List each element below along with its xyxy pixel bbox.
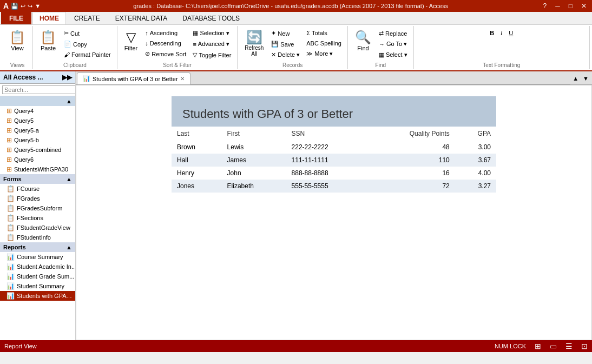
nav-item-query5a[interactable]: ⊞ Query5-a	[0, 125, 75, 135]
nav-item-fgrades[interactable]: 📋 FGrades	[0, 194, 75, 203]
report-wrapper: Students with GPA of 3 or Better Last Fi…	[172, 96, 496, 193]
format-painter-label: Format Painter	[71, 51, 111, 58]
delete-record-button[interactable]: ✕ Delete ▾	[268, 50, 302, 60]
tab-bar-down-arrow[interactable]: ▼	[581, 75, 591, 82]
nav-section-queries[interactable]: ▲	[0, 96, 75, 106]
cut-icon: ✂	[64, 30, 69, 37]
nav-item-fstudentgradeview[interactable]: 📋 FStudentGradeView	[0, 223, 75, 233]
new-record-label: New	[278, 30, 290, 37]
quick-access-redo[interactable]: ↪	[28, 3, 32, 10]
close-button[interactable]: ✕	[579, 2, 589, 10]
quick-access-dropdown[interactable]: ▼	[35, 3, 41, 9]
nav-item-query4[interactable]: ⊞ Query4	[0, 106, 75, 116]
nav-item-query6[interactable]: ⊞ Query6	[0, 155, 75, 164]
find-group-label: Find	[376, 61, 386, 68]
nav-item-fcourse[interactable]: 📋 FCourse	[0, 184, 75, 194]
nav-item-course-summary[interactable]: 📊 Course Summary	[0, 252, 75, 262]
find-label: Find	[357, 45, 369, 51]
select-button[interactable]: ▦ Select ▾	[376, 50, 410, 60]
format-painter-button[interactable]: 🖌 Format Painter	[61, 50, 114, 59]
maximize-button[interactable]: □	[567, 2, 575, 10]
num-lock-indicator: NUM LOCK	[495, 343, 526, 349]
sort-col: ↑ Ascending ↓ Descending ⊘ Remove Sort	[142, 28, 189, 59]
paste-icon: 📋	[40, 31, 56, 44]
nav-item-query5b[interactable]: ⊞ Query5-b	[0, 135, 75, 145]
tab-bar-up-arrow[interactable]: ▲	[570, 75, 581, 82]
quick-access-undo[interactable]: ↩	[21, 3, 25, 10]
spelling-button[interactable]: ABC Spelling	[304, 38, 344, 48]
totals-icon: Σ	[306, 30, 310, 36]
access-logo-icon: A	[3, 2, 9, 10]
views-content: 📋 View	[5, 27, 29, 61]
filter-button[interactable]: ▽ Filter	[121, 28, 141, 54]
replace-button[interactable]: ⇄ Replace	[376, 28, 410, 38]
cell-ssn: 222-22-2222	[286, 141, 368, 154]
cut-button[interactable]: ✂ Cut	[61, 28, 114, 38]
descending-button[interactable]: ↓ Descending	[142, 38, 189, 48]
cell-last: Jones	[172, 180, 222, 193]
nav-item-query5-combined[interactable]: ⊞ Query5-combined	[0, 145, 75, 155]
help-button[interactable]: ?	[541, 2, 549, 10]
copy-button[interactable]: 📄 Copy	[61, 39, 114, 49]
nav-item-fstudentinfo[interactable]: 📋 FStudentInfo	[0, 233, 75, 242]
nav-pane-toggle[interactable]: ▶▶	[62, 74, 72, 81]
tab-file[interactable]: FILE	[1, 12, 31, 24]
goto-button[interactable]: → Go To ▾	[376, 39, 410, 49]
selection-button[interactable]: ▦ Selection ▾	[190, 28, 234, 38]
italic-button[interactable]: I	[498, 28, 505, 38]
view-button[interactable]: 📋 View	[5, 28, 29, 54]
tab-create[interactable]: CREATE	[67, 12, 107, 24]
more-button[interactable]: ≫ More ▾	[304, 49, 344, 59]
minimize-button[interactable]: ─	[553, 2, 562, 10]
selection-icon: ▦	[193, 30, 198, 37]
advanced-button[interactable]: ≡ Advanced ▾	[190, 39, 234, 49]
cell-ssn: 555-55-5555	[286, 180, 368, 193]
toggle-filter-button[interactable]: ▽ Toggle Filter	[190, 50, 234, 60]
totals-button[interactable]: Σ Totals	[304, 28, 344, 38]
report-tab[interactable]: 📊 Students with GPA of 3 or Better ✕	[77, 72, 190, 84]
underline-button[interactable]: U	[506, 28, 516, 38]
toggle-filter-label: Toggle Filter	[199, 52, 231, 58]
nav-item-student-grade-sum[interactable]: 📊 Student Grade Sum...	[0, 272, 75, 281]
titlebar-title: grades : Database- C:\Users\joel.coffman…	[41, 3, 541, 9]
nav-item-label: StudentsWithGPA30	[14, 166, 68, 173]
titlebar-controls: ? ─ □ ✕	[541, 2, 589, 10]
nav-item-students-gpa[interactable]: 📊 Students with GPA o...	[0, 291, 75, 301]
tab-external-data[interactable]: EXTERNAL DATA	[108, 12, 174, 24]
nav-item-student-summary[interactable]: 📊 Student Summary	[0, 281, 75, 291]
tab-close-button[interactable]: ✕	[180, 76, 185, 82]
nav-item-fgradessubform[interactable]: 📋 FGradesSubform	[0, 203, 75, 213]
format-painter-icon: 🖌	[64, 51, 70, 58]
save-record-button[interactable]: 💾 Save	[268, 39, 302, 49]
nav-section-reports[interactable]: Reports ▲	[0, 242, 75, 252]
status-icon-3[interactable]: ☰	[565, 342, 573, 350]
tab-home[interactable]: HOME	[32, 12, 66, 24]
status-icon-2[interactable]: ▭	[550, 342, 557, 350]
new-record-button[interactable]: ✦ New	[268, 28, 302, 38]
bold-button[interactable]: B	[487, 28, 497, 38]
forms-section-collapse[interactable]: ▲	[66, 176, 72, 182]
ribbon-group-text-formatting: B I U Text Formatting	[414, 26, 590, 69]
nav-section-forms[interactable]: Forms ▲	[0, 174, 75, 184]
view-label: View	[11, 45, 24, 51]
quick-access-save[interactable]: 💾	[11, 3, 18, 10]
remove-sort-button[interactable]: ⊘ Remove Sort	[142, 49, 189, 59]
records-col: ✦ New 💾 Save ✕ Delete ▾	[268, 28, 302, 60]
clipboard-content: 📋 Paste ✂ Cut 📄 Copy 🖌 Format Painter	[36, 27, 114, 61]
status-icon-4[interactable]: ⊡	[581, 342, 588, 350]
query-icon: ⊞	[6, 166, 12, 173]
reports-section-collapse[interactable]: ▲	[66, 244, 72, 250]
nav-item-studentswithgpa30[interactable]: ⊞ StudentsWithGPA30	[0, 164, 75, 174]
nav-item-query5[interactable]: ⊞ Query5	[0, 116, 75, 125]
find-button[interactable]: 🔍 Find	[351, 28, 375, 54]
ascending-button[interactable]: ↑ Ascending	[142, 28, 189, 38]
tab-database-tools[interactable]: DATABASE TOOLS	[175, 12, 247, 24]
nav-item-label: FGradesSubform	[17, 205, 62, 211]
nav-item-fsections[interactable]: 📋 FSections	[0, 213, 75, 223]
status-icon-1[interactable]: ⊞	[535, 342, 541, 350]
search-input[interactable]	[2, 85, 76, 94]
refresh-button[interactable]: 🔄 Refresh All	[241, 28, 267, 59]
queries-section-collapse[interactable]: ▲	[66, 98, 72, 104]
paste-button[interactable]: 📋 Paste	[36, 28, 60, 54]
nav-item-student-academic[interactable]: 📊 Student Academic In...	[0, 262, 75, 272]
